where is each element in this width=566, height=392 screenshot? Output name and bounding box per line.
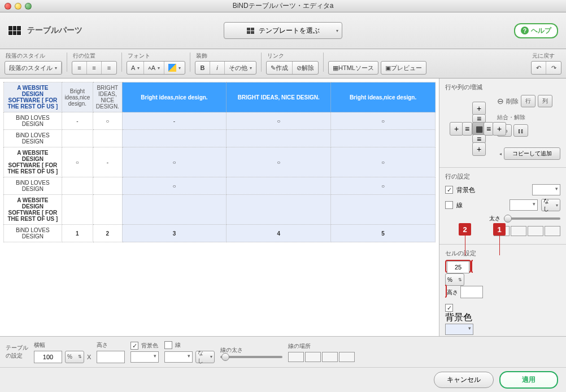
row-label-cell[interactable]: BiND LOVES DESIGN: [4, 225, 62, 242]
add-row-above-button[interactable]: +: [472, 102, 486, 115]
data-cell[interactable]: [331, 130, 436, 147]
header-cell[interactable]: A WEBSITE DESIGN SOFTWARE [ FOR THE REST…: [4, 82, 62, 112]
line-color-picker[interactable]: [510, 199, 538, 211]
border-inner-button[interactable]: [528, 226, 543, 236]
undo-button[interactable]: ↶: [532, 62, 546, 74]
delete-row-button[interactable]: 行: [521, 95, 535, 107]
close-icon[interactable]: [5, 3, 11, 10]
border-outer-button[interactable]: [305, 352, 321, 362]
add-col-right-button[interactable]: +: [493, 122, 506, 136]
copy-add-button[interactable]: コピーして追加: [504, 147, 560, 160]
link-create-button[interactable]: ✎ 作成: [267, 62, 293, 74]
table-line-checkbox[interactable]: [164, 341, 172, 349]
row-label-cell[interactable]: BiND LOVES DESIGN: [4, 112, 62, 130]
data-cell[interactable]: ○: [227, 147, 331, 177]
link-remove-button[interactable]: ⊘ 解除: [293, 62, 318, 74]
redo-button[interactable]: ↷: [546, 62, 561, 74]
data-cell[interactable]: ○: [122, 147, 227, 177]
line-style-select[interactable]: なし▾: [541, 199, 560, 211]
width-unit-select[interactable]: %⇅: [65, 351, 84, 363]
border-all-button[interactable]: [288, 352, 304, 362]
cell-bgcolor-checkbox[interactable]: [445, 304, 453, 312]
thickness-slider[interactable]: [504, 217, 560, 220]
data-cell[interactable]: [93, 177, 122, 195]
data-cell[interactable]: ○: [331, 147, 436, 177]
italic-button[interactable]: i: [210, 62, 225, 74]
table-header-row[interactable]: A WEBSITE DESIGN SOFTWARE [ FOR THE REST…: [4, 82, 436, 112]
data-cell[interactable]: [227, 195, 331, 225]
help-button[interactable]: ? ヘルプ: [514, 23, 558, 38]
table-row[interactable]: A WEBSITE DESIGN SOFTWARE [ FOR THE REST…: [4, 195, 436, 225]
table-width-input[interactable]: [34, 351, 62, 363]
align-center-button[interactable]: ≡: [87, 62, 102, 74]
paragraph-style-select[interactable]: 段落のスタイル▾: [5, 62, 62, 74]
font-color-button[interactable]: ▾: [164, 62, 185, 74]
cell-bgcolor-picker[interactable]: [445, 324, 473, 335]
header-cell-selected[interactable]: Bright ideas,nice design.: [122, 82, 227, 112]
header-cell-selected[interactable]: Bright ideas,nice design.: [331, 82, 436, 112]
table-bgcolor-checkbox[interactable]: [130, 342, 138, 350]
split-button[interactable]: ⫿⫿: [513, 124, 528, 137]
preview-button[interactable]: ▣ プレビュー: [381, 62, 426, 74]
row-label-cell[interactable]: BiND LOVES DESIGN: [4, 177, 62, 195]
data-cell[interactable]: ○: [62, 147, 93, 177]
html-source-button[interactable]: ▦ HTMLソース: [329, 62, 378, 74]
data-cell[interactable]: [122, 195, 227, 225]
font-family-button[interactable]: A▾: [127, 62, 144, 74]
data-cell[interactable]: -: [62, 112, 93, 130]
cancel-button[interactable]: キャンセル: [434, 372, 494, 388]
data-cell[interactable]: [227, 177, 331, 195]
table-line-style-select[interactable]: なし▾: [195, 351, 215, 363]
data-cell[interactable]: [93, 130, 122, 147]
data-cell[interactable]: [122, 130, 227, 147]
other-decoration-button[interactable]: その他▾: [225, 62, 256, 74]
data-cell[interactable]: ○: [227, 112, 331, 130]
table-line-color-picker[interactable]: [164, 351, 193, 363]
bold-button[interactable]: B: [195, 62, 210, 74]
table-row[interactable]: BiND LOVES DESIGN: [4, 130, 436, 147]
data-cell[interactable]: ○: [331, 112, 436, 130]
row-label-cell[interactable]: A WEBSITE DESIGN SOFTWARE [ FOR THE REST…: [4, 195, 62, 225]
table-canvas[interactable]: A WEBSITE DESIGN SOFTWARE [ FOR THE REST…: [0, 79, 439, 336]
font-size-button[interactable]: AA▾: [144, 62, 164, 74]
align-right-button[interactable]: ≡: [102, 62, 116, 74]
cell-width-unit-select[interactable]: %⇅: [445, 273, 464, 286]
data-cell[interactable]: 4: [227, 225, 331, 242]
table-row[interactable]: BiND LOVES DESIGN12345: [4, 225, 436, 242]
row-label-cell[interactable]: BiND LOVES DESIGN: [4, 130, 62, 147]
choose-template-button[interactable]: テンプレートを選ぶ ▾: [224, 22, 342, 39]
border-none-button[interactable]: [545, 226, 560, 236]
data-cell[interactable]: [62, 177, 93, 195]
cell-width-input[interactable]: [447, 261, 469, 273]
add-row-below-button[interactable]: +: [472, 142, 486, 156]
data-cell[interactable]: 5: [331, 225, 436, 242]
data-cell[interactable]: 3: [122, 225, 227, 242]
data-cell[interactable]: ○: [93, 112, 122, 130]
apply-button[interactable]: 適用: [499, 371, 558, 389]
data-cell[interactable]: ○: [331, 177, 436, 195]
table-border-location-segmented[interactable]: [288, 352, 355, 362]
cell-height-input[interactable]: [460, 286, 483, 298]
header-cell-selected[interactable]: BRIGHT IDEAS, NICE DESIGN.: [227, 82, 331, 112]
data-cell[interactable]: [331, 195, 436, 225]
line-checkbox[interactable]: [445, 201, 453, 209]
header-cell[interactable]: Bright ideas,nice design.: [62, 82, 93, 112]
border-none-button[interactable]: [339, 352, 355, 362]
table-row[interactable]: BiND LOVES DESIGN-○-○○: [4, 112, 436, 130]
zoom-icon[interactable]: [25, 3, 32, 10]
data-table[interactable]: A WEBSITE DESIGN SOFTWARE [ FOR THE REST…: [3, 82, 436, 242]
data-cell[interactable]: -: [122, 112, 227, 130]
table-thickness-slider[interactable]: [220, 356, 282, 358]
add-col-left-button[interactable]: +: [450, 122, 463, 136]
border-inner-button[interactable]: [322, 352, 338, 362]
data-cell[interactable]: [62, 130, 93, 147]
delete-col-button[interactable]: 列: [538, 95, 552, 107]
move-left-button[interactable]: ≡: [462, 122, 472, 136]
table-height-input[interactable]: [97, 351, 125, 363]
table-row[interactable]: BiND LOVES DESIGN○○: [4, 177, 436, 195]
table-row[interactable]: A WEBSITE DESIGN SOFTWARE [ FOR THE REST…: [4, 147, 436, 177]
data-cell[interactable]: 1: [62, 225, 93, 242]
data-cell[interactable]: ○: [122, 177, 227, 195]
align-left-button[interactable]: ≡: [72, 62, 87, 74]
data-cell[interactable]: [93, 195, 122, 225]
